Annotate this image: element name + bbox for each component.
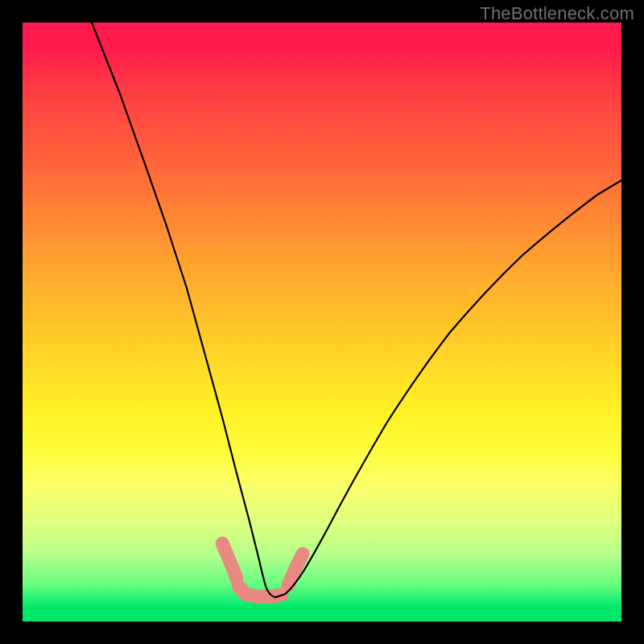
bottleneck-curve [92,23,621,597]
chart-plot-area [23,23,621,621]
watermark-text: TheBottleneck.com [480,3,634,24]
chart-svg [23,23,621,621]
chart-frame: TheBottleneck.com [0,0,644,644]
